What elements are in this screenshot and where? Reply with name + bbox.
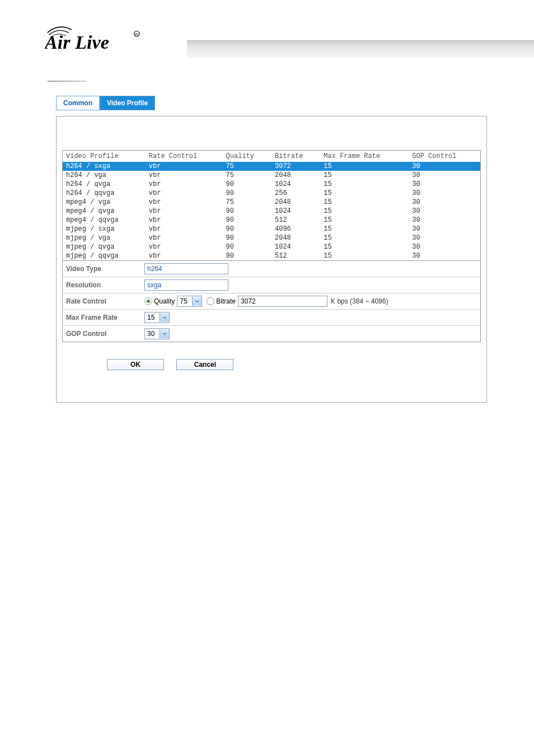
- table-row[interactable]: h264 / vgavbr7520481530: [63, 171, 480, 180]
- table-cell: 15: [320, 198, 409, 207]
- quality-radio[interactable]: Quality: [144, 297, 175, 305]
- table-cell: mjpeg / qqvga: [63, 251, 146, 260]
- table-cell: 90: [223, 225, 271, 234]
- table-cell: 15: [320, 251, 409, 260]
- bitrate-radio[interactable]: Bitrate: [207, 297, 236, 305]
- table-row[interactable]: mjpeg / qqvgavbr905121530: [63, 251, 480, 260]
- table-cell: 30: [409, 198, 480, 207]
- table-cell: mjpeg / qvga: [63, 242, 146, 251]
- bitrate-radio-label: Bitrate: [216, 297, 236, 305]
- settings-panel: Video Profile Rate Control Quality Bitra…: [56, 116, 487, 403]
- rate-control-label: Rate Control: [66, 297, 144, 305]
- quality-select-value: 75: [177, 297, 192, 305]
- table-cell: vbr: [146, 180, 223, 189]
- resolution-value: sxga: [144, 279, 228, 291]
- col-quality: Quality: [223, 151, 271, 162]
- profile-box: Video Profile Rate Control Quality Bitra…: [62, 150, 481, 342]
- table-cell: 15: [320, 225, 409, 234]
- table-cell: 1024: [271, 180, 320, 189]
- col-gop: GOP Control: [409, 151, 480, 162]
- cancel-button[interactable]: Cancel: [176, 359, 233, 370]
- table-cell: h264 / qvga: [63, 180, 146, 189]
- table-cell: vbr: [146, 162, 223, 171]
- svg-text:Air Live: Air Live: [45, 32, 109, 53]
- profile-form: Video Type h264 Resolution sxga Rate Con…: [63, 260, 480, 342]
- table-cell: mpeg4 / qqvga: [63, 216, 146, 225]
- table-cell: vbr: [146, 251, 223, 260]
- table-cell: 30: [409, 207, 480, 216]
- table-row[interactable]: mjpeg / sxgavbr9040961530: [63, 225, 480, 234]
- table-cell: 30: [409, 225, 480, 234]
- svg-text:R: R: [135, 32, 139, 37]
- table-row[interactable]: mpeg4 / vgavbr7520481530: [63, 198, 480, 207]
- table-cell: 15: [320, 242, 409, 251]
- video-type-value: h264: [144, 263, 228, 274]
- table-row[interactable]: h264 / qqvgavbr902561530: [63, 189, 480, 198]
- table-cell: vbr: [146, 198, 223, 207]
- chevron-down-icon: [192, 297, 202, 306]
- table-cell: vbr: [146, 242, 223, 251]
- table-cell: 90: [223, 216, 271, 225]
- airlive-logo: Air Live R: [45, 17, 151, 56]
- table-row[interactable]: mpeg4 / qqvgavbr905121530: [63, 216, 480, 225]
- video-type-label: Video Type: [66, 265, 144, 273]
- table-cell: 512: [271, 216, 320, 225]
- bitrate-input[interactable]: 3072: [238, 296, 327, 307]
- table-cell: mjpeg / vga: [63, 234, 146, 242]
- tab-common[interactable]: Common: [56, 96, 100, 110]
- chevron-down-icon: [160, 313, 169, 322]
- table-cell: 30: [409, 251, 480, 260]
- table-cell: mpeg4 / vga: [63, 198, 146, 207]
- table-cell: 90: [223, 234, 271, 242]
- table-cell: 30: [409, 180, 480, 189]
- table-cell: vbr: [146, 207, 223, 216]
- divider-line: [48, 81, 87, 82]
- table-cell: 4096: [271, 225, 320, 234]
- table-cell: 15: [320, 189, 409, 198]
- table-cell: 75: [223, 162, 271, 171]
- table-cell: 30: [409, 234, 480, 242]
- bitrate-range-note: K bps (384 ~ 4096): [331, 297, 388, 305]
- table-cell: 30: [409, 242, 480, 251]
- col-profile: Video Profile: [63, 151, 146, 162]
- col-rate-control: Rate Control: [146, 151, 223, 162]
- quality-select[interactable]: 75: [177, 296, 202, 307]
- table-cell: 2048: [271, 198, 320, 207]
- table-cell: 30: [409, 189, 480, 198]
- table-cell: h264 / qqvga: [63, 189, 146, 198]
- table-cell: 512: [271, 251, 320, 260]
- table-cell: 15: [320, 180, 409, 189]
- table-cell: 2048: [271, 171, 320, 180]
- gop-select[interactable]: 30: [144, 328, 170, 339]
- table-cell: 30: [409, 216, 480, 225]
- table-row[interactable]: h264 / qvgavbr9010241530: [63, 180, 480, 189]
- table-cell: vbr: [146, 171, 223, 180]
- table-cell: 1024: [271, 207, 320, 216]
- table-cell: vbr: [146, 189, 223, 198]
- table-row[interactable]: mjpeg / vgavbr9020481530: [63, 234, 480, 242]
- table-cell: 30: [409, 171, 480, 180]
- table-cell: vbr: [146, 234, 223, 242]
- table-row[interactable]: h264 / sxgavbr7530721530: [63, 162, 480, 171]
- table-cell: h264 / vga: [63, 171, 146, 180]
- table-cell: 1024: [271, 242, 320, 251]
- table-cell: 90: [223, 251, 271, 260]
- table-cell: 15: [320, 162, 409, 171]
- table-cell: mjpeg / sxga: [63, 225, 146, 234]
- max-frame-select[interactable]: 15: [144, 312, 170, 323]
- max-frame-label: Max Frame Rate: [66, 314, 144, 321]
- ok-button[interactable]: OK: [107, 359, 164, 370]
- table-cell: 30: [409, 162, 480, 171]
- table-cell: 15: [320, 234, 409, 242]
- table-row[interactable]: mjpeg / qvgavbr9010241530: [63, 242, 480, 251]
- gop-value: 30: [145, 330, 160, 338]
- table-cell: 15: [320, 216, 409, 225]
- col-bitrate: Bitrate: [271, 151, 320, 162]
- table-cell: 3072: [271, 162, 320, 171]
- table-cell: 90: [223, 242, 271, 251]
- table-cell: vbr: [146, 216, 223, 225]
- table-cell: mpeg4 / qvga: [63, 207, 146, 216]
- table-row[interactable]: mpeg4 / qvgavbr9010241530: [63, 207, 480, 216]
- tab-video-profile[interactable]: Video Profile: [100, 96, 155, 110]
- table-cell: 15: [320, 207, 409, 216]
